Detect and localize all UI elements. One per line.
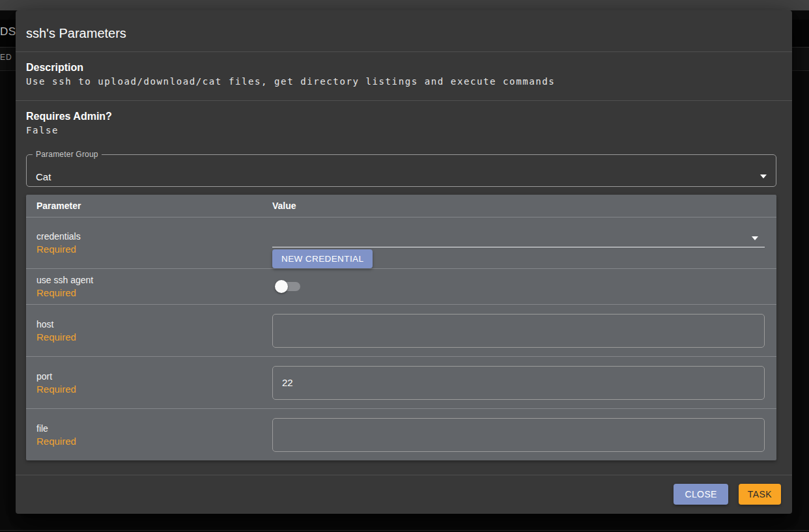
- background-bottom-edge: [0, 530, 809, 531]
- table-header-row: Parameter Value: [26, 195, 776, 217]
- param-name: file: [36, 423, 272, 434]
- new-credential-button[interactable]: NEW CREDENTIAL: [272, 249, 373, 268]
- chevron-down-icon: [752, 236, 758, 240]
- background-text-fragment: ED: [0, 53, 12, 62]
- required-badge: Required: [36, 384, 272, 395]
- credentials-select[interactable]: [272, 226, 765, 247]
- table-row-use-ssh-agent: use ssh agent Required: [26, 268, 776, 304]
- close-button[interactable]: CLOSE: [674, 484, 728, 505]
- param-name: port: [36, 371, 272, 382]
- host-input[interactable]: [272, 314, 765, 348]
- file-input[interactable]: [272, 418, 765, 452]
- toggle-thumb: [275, 280, 288, 293]
- parameters-table: Parameter Value credentials Required NEW…: [26, 195, 776, 460]
- chevron-down-icon: [760, 175, 767, 178]
- ssh-parameters-dialog: ssh's Parameters Description Use ssh to …: [16, 10, 792, 514]
- required-badge: Required: [36, 287, 272, 298]
- param-name: credentials: [36, 231, 272, 242]
- section-divider: [16, 100, 792, 101]
- column-header-value: Value: [272, 201, 765, 211]
- parameter-group-label: Parameter Group: [33, 150, 102, 159]
- description-text: Use ssh to upload/download/cat files, ge…: [26, 76, 776, 87]
- table-row-port: port Required: [26, 356, 776, 408]
- param-name: host: [36, 319, 272, 329]
- description-heading: Description: [26, 62, 776, 74]
- required-badge: Required: [36, 436, 272, 447]
- dialog-title: ssh's Parameters: [16, 10, 792, 52]
- requires-admin-heading: Requires Admin?: [26, 111, 776, 122]
- dialog-footer: CLOSE TASK: [16, 475, 792, 514]
- parameter-group-select[interactable]: Parameter Group Cat: [26, 150, 776, 187]
- required-badge: Required: [36, 331, 272, 343]
- table-row-credentials: credentials Required NEW CREDENTIAL: [26, 217, 776, 268]
- background-toolbar: [0, 0, 809, 10]
- column-header-parameter: Parameter: [36, 201, 272, 211]
- background-text-fragment: DS: [0, 25, 16, 38]
- dialog-content: Description Use ssh to upload/download/c…: [16, 52, 792, 475]
- table-row-file: file Required: [26, 408, 776, 460]
- required-badge: Required: [36, 244, 272, 255]
- table-row-host: host Required: [26, 304, 776, 356]
- port-input[interactable]: [272, 366, 765, 400]
- use-ssh-agent-toggle[interactable]: [275, 279, 305, 294]
- task-button[interactable]: TASK: [739, 484, 781, 505]
- parameter-group-value: Cat: [36, 171, 51, 182]
- requires-admin-value: False: [26, 125, 776, 135]
- param-name: use ssh agent: [36, 275, 272, 285]
